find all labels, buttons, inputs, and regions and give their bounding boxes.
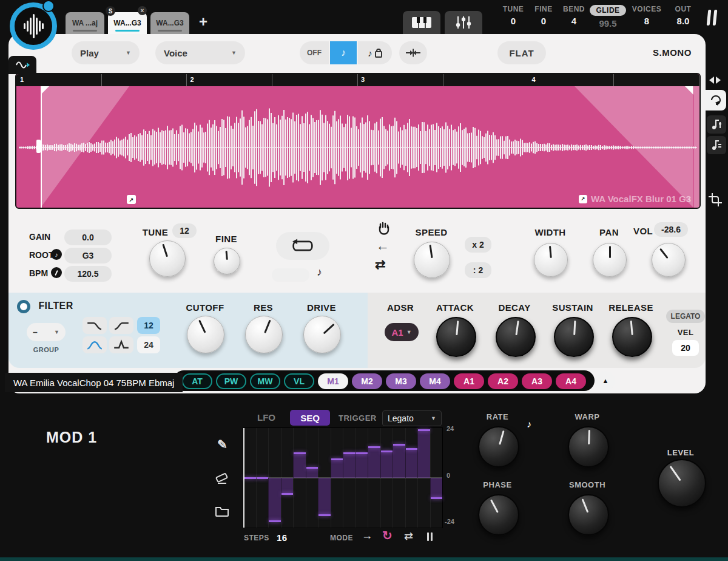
reverse-arrow-icon[interactable]: ← <box>376 238 389 254</box>
width-knob[interactable] <box>534 243 568 277</box>
vel-value[interactable]: 20 <box>672 340 699 356</box>
loop-mode-button[interactable] <box>276 232 329 260</box>
cutoff-knob[interactable] <box>187 316 224 353</box>
header-param-out[interactable]: OUT 8.0 <box>665 5 701 26</box>
header-param-voices[interactable]: VOICES 8 <box>629 5 665 26</box>
level-knob[interactable] <box>658 459 706 508</box>
note-sync-icon[interactable]: ♪ <box>317 266 322 279</box>
fine-knob[interactable] <box>214 248 240 274</box>
seq-step[interactable] <box>356 453 368 478</box>
eraser-tool-button[interactable] <box>215 471 229 487</box>
mode-pingpong-icon[interactable]: ⇄ <box>404 529 413 543</box>
add-tab-button[interactable]: + <box>199 13 207 30</box>
crop-button[interactable] <box>709 193 722 209</box>
pencil-tool-icon[interactable]: ✎ <box>217 437 228 452</box>
tune-knob[interactable] <box>149 240 186 277</box>
loop-length-field[interactable] <box>272 268 309 282</box>
speed-double-button[interactable]: x 2 <box>465 237 491 253</box>
sync-note-button[interactable]: ♪ <box>330 41 357 64</box>
mode-hold-icon[interactable] <box>427 532 433 541</box>
sample-tab-3[interactable]: WA...G3 <box>150 12 189 34</box>
sample-tab-2-active[interactable]: S × WA...G3 <box>108 12 147 34</box>
speed-knob[interactable] <box>414 242 450 278</box>
slope-12db-button[interactable]: 12 <box>137 317 160 334</box>
fade-out-handle[interactable] <box>685 86 693 95</box>
source-velocity[interactable]: VL <box>284 373 314 389</box>
source-mod2[interactable]: M2 <box>352 373 382 389</box>
header-param-glide[interactable]: GLIDE 99.5 <box>590 5 626 29</box>
waveform-display[interactable]: ↗ ↗ WA VocalFX Blur 01 G3 <box>16 86 699 208</box>
hand-drag-button[interactable] <box>376 221 391 238</box>
filter-enable-radio[interactable] <box>17 300 30 313</box>
source-mod3[interactable]: M3 <box>386 373 416 389</box>
phase-knob[interactable] <box>478 494 519 536</box>
mixer-view-button[interactable] <box>445 11 482 34</box>
filter-bandpass-button[interactable] <box>83 336 107 353</box>
source-mod1-selected[interactable]: M1 <box>318 373 348 389</box>
flat-button[interactable]: FLAT <box>497 41 546 64</box>
play-mode-dropdown[interactable]: Play ▼ <box>72 41 140 64</box>
vol-value[interactable]: -28.6 <box>654 222 688 237</box>
preset-folder-button[interactable] <box>215 505 229 520</box>
filter-highpass-button[interactable] <box>109 317 133 334</box>
root-value[interactable]: G3 <box>64 248 112 264</box>
snap-button[interactable] <box>399 41 427 64</box>
gain-value[interactable]: 0.0 <box>64 229 112 245</box>
seq-step[interactable] <box>368 447 380 478</box>
close-tab-icon[interactable]: × <box>138 6 147 15</box>
vol-knob[interactable] <box>652 243 686 277</box>
steps-value[interactable]: 16 <box>277 532 288 543</box>
sustain-knob[interactable] <box>554 317 594 357</box>
rate-knob[interactable] <box>478 426 519 467</box>
seq-step[interactable] <box>293 453 306 478</box>
solo-badge[interactable]: S <box>106 6 115 16</box>
source-amp2[interactable]: A2 <box>488 373 518 389</box>
sync-note-lock-button[interactable]: ♪ <box>358 41 392 64</box>
mode-loop-icon-selected[interactable]: ↻ <box>382 528 393 543</box>
amp-env-selector[interactable]: A1 ▼ <box>385 323 419 341</box>
header-param-bend[interactable]: BEND 4 <box>556 5 592 26</box>
trigger-mode-dropdown[interactable]: Legato ▼ <box>382 410 442 426</box>
filter-notch-button[interactable] <box>109 336 133 353</box>
note-slice-tool-button[interactable] <box>707 115 726 134</box>
playhead[interactable] <box>41 86 42 208</box>
res-knob[interactable] <box>245 316 283 353</box>
fade-in-handle[interactable] <box>41 86 49 95</box>
rate-sync-note-icon[interactable]: ♪ <box>527 419 531 430</box>
playhead-handle[interactable] <box>36 140 41 153</box>
seq-step[interactable] <box>430 478 443 498</box>
seq-step[interactable] <box>405 449 418 478</box>
source-amp1[interactable]: A1 <box>454 373 484 389</box>
seq-step[interactable] <box>417 430 430 478</box>
keyboard-view-button[interactable] <box>403 11 440 34</box>
bpm-value[interactable]: 120.5 <box>64 266 112 282</box>
decay-knob[interactable] <box>496 317 536 357</box>
step-sequencer[interactable] <box>243 427 443 528</box>
seq-step[interactable] <box>318 478 331 515</box>
wave-edit-tab[interactable] <box>8 56 36 74</box>
tab-lfo[interactable]: LFO <box>257 412 275 423</box>
seq-step[interactable] <box>393 444 405 478</box>
tune-value[interactable]: 12 <box>172 223 197 238</box>
attack-knob[interactable] <box>436 317 476 357</box>
sync-off-button[interactable]: OFF <box>300 41 329 64</box>
legato-button[interactable]: LEGATO <box>666 310 705 323</box>
filter-lowpass-button[interactable] <box>83 317 107 334</box>
sample-drag-handle[interactable]: ↗ <box>579 195 587 203</box>
smooth-knob[interactable] <box>568 494 609 536</box>
scroll-arrows-icon[interactable] <box>709 76 721 84</box>
seq-step[interactable] <box>343 453 356 478</box>
stereo-mono-label[interactable]: S.MONO <box>653 47 692 58</box>
tab-seq-active[interactable]: SEQ <box>290 410 330 426</box>
source-modwheel[interactable]: MW <box>250 373 280 389</box>
select-tool-button[interactable] <box>706 90 726 110</box>
source-mod4[interactable]: M4 <box>420 373 450 389</box>
timeline-ruler[interactable]: 1 2 3 4 <box>16 74 699 86</box>
warp-knob[interactable] <box>568 426 609 467</box>
sample-end-marker[interactable] <box>694 86 699 208</box>
speed-half-button[interactable]: : 2 <box>465 262 491 278</box>
seq-step[interactable] <box>306 467 318 478</box>
seq-step[interactable] <box>331 459 343 478</box>
drive-knob[interactable] <box>303 316 341 353</box>
note-tune-tool-button[interactable] <box>707 136 726 154</box>
